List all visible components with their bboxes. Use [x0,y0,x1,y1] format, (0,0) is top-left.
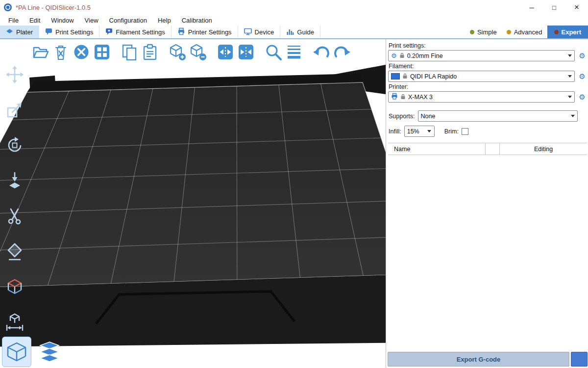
window-title: *PA Line - QIDISlicer-1.0.5 [16,4,91,11]
brim-checkbox[interactable] [462,128,468,135]
object-list-header: Name Editing [388,143,587,155]
open-folder-icon[interactable] [31,43,49,61]
print-settings-combo[interactable]: ⚙ 0.20mm Fine [388,50,575,61]
gear-icon: ⚙ [391,53,397,59]
tab-bar: Plater Print Settings Filament Settings … [0,26,588,39]
tab-printer-settings[interactable]: Printer Settings [172,26,238,38]
move-tool-icon[interactable] [2,63,27,86]
split-parts-icon[interactable] [237,43,255,61]
print-settings-label: Print settings: [389,42,587,49]
view-switch [2,337,64,367]
printer-combo[interactable]: X-MAX 3 [388,91,575,103]
place-on-face-tool-icon[interactable] [2,169,27,192]
infill-value: 15% [407,128,419,135]
plater-3d-viewport[interactable] [0,39,386,368]
gizmo-toolbar [2,63,27,334]
mode-switcher: Simple Advanced Expert [465,26,588,38]
bed-top-surface [0,82,386,289]
filament-color-swatch [391,73,400,79]
3d-editor-view-icon[interactable] [2,337,31,367]
simple-mode-dot-icon [470,30,474,34]
split-objects-icon[interactable] [217,43,234,61]
object-toolbar [31,41,351,63]
title-bar: *PA Line - QIDISlicer-1.0.5 ─ □ × [0,0,588,15]
menu-configuration[interactable]: Configuration [104,17,152,24]
tab-label: Print Settings [55,28,93,36]
menu-calibration[interactable]: Calibration [176,17,218,24]
maximize-button[interactable]: □ [543,0,565,15]
export-row: Export G-code [388,352,588,367]
dropdown-arrow-icon[interactable] [568,111,577,121]
add-instance-icon[interactable] [169,43,186,61]
supports-value: None [421,113,436,120]
arrange-icon[interactable] [93,43,111,61]
paint-supports-tool-icon[interactable] [2,239,27,263]
menu-bar: File Edit Window View Configuration Help… [0,15,588,26]
preview-view-icon[interactable] [35,338,64,367]
guide-icon [286,27,294,37]
cut-tool-icon[interactable] [2,204,27,228]
supports-combo[interactable]: None [418,110,578,122]
minimize-button[interactable]: ─ [520,0,543,15]
paste-icon[interactable] [141,43,159,61]
name-column-header: Name [388,143,486,155]
mode-advanced[interactable]: Advanced [502,26,547,38]
infill-label: Infill: [389,128,401,135]
print-settings-value: 0.20mm Fine [407,53,443,59]
undo-icon[interactable] [313,43,330,61]
tab-device[interactable]: Device [238,26,281,38]
tab-plater[interactable]: Plater [0,26,39,38]
dropdown-arrow-icon[interactable] [565,92,574,102]
menu-edit[interactable]: Edit [24,17,46,24]
variable-layer-height-icon[interactable] [285,43,303,61]
rotate-tool-icon[interactable] [2,133,27,157]
dropdown-arrow-icon[interactable] [565,71,574,81]
print-bed-3d [0,39,386,368]
menu-file[interactable]: File [3,17,24,24]
tab-guide[interactable]: Guide [280,26,320,38]
tab-label: Filament Settings [116,28,165,36]
dropdown-arrow-icon[interactable] [565,51,574,61]
export-gcode-button[interactable]: Export G-code [388,352,569,367]
editing-column-header: Editing [500,143,587,155]
brim-label: Brim: [444,128,459,135]
close-button[interactable]: × [565,0,588,15]
tab-label: Guide [297,28,314,36]
measure-tool-icon[interactable] [2,275,27,298]
lock-icon [399,52,405,60]
dropdown-arrow-icon[interactable] [425,126,434,136]
plater-icon [6,27,13,36]
filament-gear-button[interactable]: ⚙ [578,73,587,80]
mode-label: Simple [477,28,497,36]
menu-window[interactable]: Window [46,17,79,24]
mode-simple[interactable]: Simple [465,26,502,38]
filament-value: QIDI PLA Rapido [410,73,457,80]
printer-settings-icon [177,27,185,37]
scale-tool-icon[interactable] [2,98,27,122]
menu-view[interactable]: View [79,17,104,24]
settings-sidebar: Print settings: ⚙ 0.20mm Fine ⚙ Filament… [386,39,588,368]
supports-label: Supports: [389,113,415,120]
printer-icon [391,93,398,101]
lock-icon [400,93,406,101]
tab-filament-settings[interactable]: Filament Settings [99,26,171,38]
device-icon [244,27,252,37]
mode-label: Expert [562,28,581,36]
mode-expert[interactable]: Expert [547,26,588,38]
remove-instance-icon[interactable] [189,43,207,61]
delete-icon[interactable] [52,43,70,61]
menu-help[interactable]: Help [152,17,176,24]
infill-combo[interactable]: 15% [404,126,435,137]
export-options-button[interactable] [571,352,588,367]
search-icon[interactable] [265,43,282,61]
tab-label: Plater [16,28,33,36]
redo-icon[interactable] [333,43,351,61]
copy-icon[interactable] [121,43,138,61]
printer-gear-button[interactable]: ⚙ [578,93,587,101]
filament-combo[interactable]: QIDI PLA Rapido [388,71,575,82]
distance-tool-icon[interactable] [2,310,27,334]
delete-all-icon[interactable] [73,43,90,61]
tab-print-settings[interactable]: Print Settings [39,26,99,38]
print-settings-gear-button[interactable]: ⚙ [578,52,587,59]
print-settings-icon [45,27,52,37]
